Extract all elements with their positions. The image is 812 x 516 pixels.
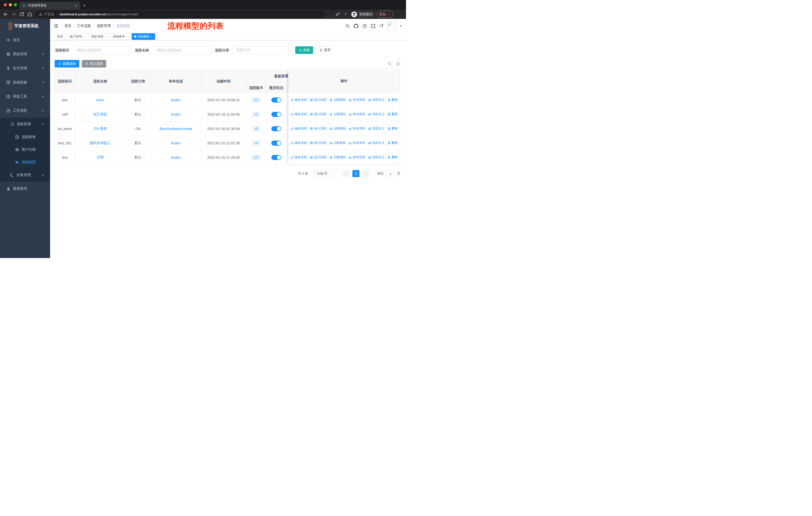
sidebar-item-流程表单[interactable]: 流程表单 xyxy=(0,131,50,143)
form-link[interactable]: biubiu xyxy=(171,112,180,116)
process-name-link[interactable]: eeee xyxy=(96,98,104,102)
sidebar-item-流程模型[interactable]: 流程模型 xyxy=(0,156,50,168)
active-toggle[interactable] xyxy=(271,126,282,131)
breadcrumb-item-流程模型[interactable]: 流程模型 xyxy=(116,24,130,28)
sidebar-item-任务管理[interactable]: 任务管理 xyxy=(0,168,50,182)
new-tab-button[interactable]: + xyxy=(83,2,86,9)
action-修改流程[interactable]: 修改流程 xyxy=(290,141,307,145)
browser-update-button[interactable]: 更新 ⋮ xyxy=(377,10,393,18)
tab-close-icon[interactable]: × xyxy=(74,4,78,8)
action-流程定义[interactable]: 流程定义 xyxy=(368,141,385,145)
process-name-link[interactable]: 自己审批 xyxy=(93,112,107,116)
form-link[interactable]: biubiu xyxy=(171,141,180,145)
action-设计流程[interactable]: 设计流程 xyxy=(310,155,326,160)
sidebar-item-支付管理[interactable]: 支付管理 xyxy=(0,61,50,75)
reload-icon[interactable] xyxy=(19,11,24,17)
action-设计流程[interactable]: 设计流程 xyxy=(310,141,326,145)
filter-name-input[interactable] xyxy=(153,46,211,54)
sidebar-item-首页[interactable]: 首页 xyxy=(0,33,50,47)
action-删除[interactable]: 删除 xyxy=(387,141,398,145)
process-name-link[interactable]: 滔博 xyxy=(97,155,104,159)
tab-close-icon[interactable]: × xyxy=(126,35,127,38)
action-发布流程[interactable]: 发布流程 xyxy=(349,127,365,131)
sidebar-item-工作流程[interactable]: 工作流程 xyxy=(0,104,50,118)
bookmark-star-icon[interactable]: ☆ xyxy=(344,11,348,17)
active-toggle[interactable] xyxy=(271,98,282,103)
action-删除[interactable]: 删除 xyxy=(387,127,398,131)
help-icon[interactable] xyxy=(362,24,367,28)
table-refresh-button[interactable] xyxy=(395,60,402,67)
form-link[interactable]: biubiu xyxy=(171,98,180,102)
action-分配规则[interactable]: 分配规则 xyxy=(329,155,346,160)
back-icon[interactable] xyxy=(3,11,8,17)
filter-key-input[interactable] xyxy=(74,46,131,54)
fullscreen-icon[interactable] xyxy=(371,24,376,28)
page-tab-租户管理[interactable]: 租户管理× xyxy=(67,33,87,40)
sidebar-item-用户分组[interactable]: 用户分组 xyxy=(0,143,50,156)
page-tab-流程表单[interactable]: 流程表单× xyxy=(110,33,130,40)
sidebar-collapse-icon[interactable] xyxy=(53,24,58,28)
pagination-prev-button[interactable]: ‹ xyxy=(342,170,349,177)
sidebar-item-系统管理[interactable]: 系统管理 xyxy=(0,47,50,61)
filter-category-select[interactable]: 流程分类 xyxy=(233,46,292,54)
page-tab-流程模型[interactable]: 流程模型× xyxy=(132,33,155,40)
window-close-button[interactable] xyxy=(4,3,7,6)
security-label[interactable]: 不安全 xyxy=(44,12,57,17)
action-设计流程[interactable]: 设计流程 xyxy=(310,127,326,131)
form-link[interactable]: biubiu xyxy=(171,156,180,160)
action-发布流程[interactable]: 发布流程 xyxy=(349,98,365,102)
tab-close-icon[interactable]: × xyxy=(105,35,106,38)
url-bar[interactable]: 不安全 dashboard.yudao.iocoder.cn/bpm/manag… xyxy=(35,10,325,18)
breadcrumb-item-流程管理[interactable]: 流程管理 xyxy=(97,24,111,28)
active-toggle[interactable] xyxy=(271,112,282,117)
search-icon[interactable] xyxy=(345,24,350,28)
action-流程定义[interactable]: 流程定义 xyxy=(368,127,385,131)
process-name-link[interactable]: 测试多审批人 xyxy=(90,141,111,145)
browser-menu-dots-icon[interactable]: ⋮ xyxy=(387,12,390,16)
font-size-icon[interactable]: TT xyxy=(379,23,384,28)
page-tab-首页[interactable]: 首页 xyxy=(55,33,66,40)
sidebar-item-请假查询[interactable]: 请假查询 xyxy=(0,182,50,196)
pagination-next-button[interactable]: › xyxy=(362,170,370,177)
forward-icon[interactable] xyxy=(11,11,17,17)
page-size-select[interactable]: 10条/页 xyxy=(314,170,335,177)
action-分配规则[interactable]: 分配规则 xyxy=(329,141,346,145)
window-zoom-button[interactable] xyxy=(14,3,17,6)
action-流程定义[interactable]: 流程定义 xyxy=(368,112,385,116)
tab-close-icon[interactable]: × xyxy=(83,35,85,38)
action-分配规则[interactable]: 分配规则 xyxy=(329,112,346,116)
sidebar-item-基础设施[interactable]: 基础设施 xyxy=(0,75,50,89)
action-流程定义[interactable]: 流程定义 xyxy=(368,98,385,102)
create-process-button[interactable]: 新建流程 xyxy=(55,60,79,67)
page-tab-我的流程[interactable]: 我的流程× xyxy=(89,33,109,40)
sidebar-item-流程管理[interactable]: 流程管理 xyxy=(0,118,50,131)
action-发布流程[interactable]: 发布流程 xyxy=(349,155,365,160)
action-发布流程[interactable]: 发布流程 xyxy=(349,112,365,116)
avatar-caret-down-icon[interactable]: ▼ xyxy=(400,24,403,27)
action-修改流程[interactable]: 修改流程 xyxy=(290,127,307,131)
action-发布流程[interactable]: 发布流程 xyxy=(349,141,365,145)
reset-button[interactable]: 重置 xyxy=(317,46,333,54)
action-删除[interactable]: 删除 xyxy=(387,98,398,102)
action-修改流程[interactable]: 修改流程 xyxy=(290,112,307,116)
breadcrumb-item-工作流程[interactable]: 工作流程 xyxy=(77,24,91,28)
action-修改流程[interactable]: 修改流程 xyxy=(290,98,307,102)
action-分配规则[interactable]: 分配规则 xyxy=(329,127,346,131)
sidebar-item-研发工具[interactable]: 研发工具 xyxy=(0,89,50,104)
active-toggle[interactable] xyxy=(271,141,282,146)
action-设计流程[interactable]: 设计流程 xyxy=(310,112,326,116)
pagination-goto-input[interactable] xyxy=(386,170,395,177)
pagination-page-1[interactable]: 1 xyxy=(352,170,359,177)
search-button[interactable]: 搜索 xyxy=(295,46,313,54)
action-设计流程[interactable]: 设计流程 xyxy=(310,98,326,102)
user-avatar[interactable] xyxy=(387,22,396,30)
github-icon[interactable] xyxy=(354,24,358,28)
action-删除[interactable]: 删除 xyxy=(387,112,398,116)
action-分配规则[interactable]: 分配规则 xyxy=(329,98,346,102)
home-icon[interactable] xyxy=(27,11,32,17)
active-toggle[interactable] xyxy=(271,155,282,160)
action-删除[interactable]: 删除 xyxy=(387,155,398,160)
tab-close-icon[interactable]: × xyxy=(151,35,152,38)
process-name-link[interactable]: OA 请假 xyxy=(94,127,107,131)
action-修改流程[interactable]: 修改流程 xyxy=(290,155,307,160)
